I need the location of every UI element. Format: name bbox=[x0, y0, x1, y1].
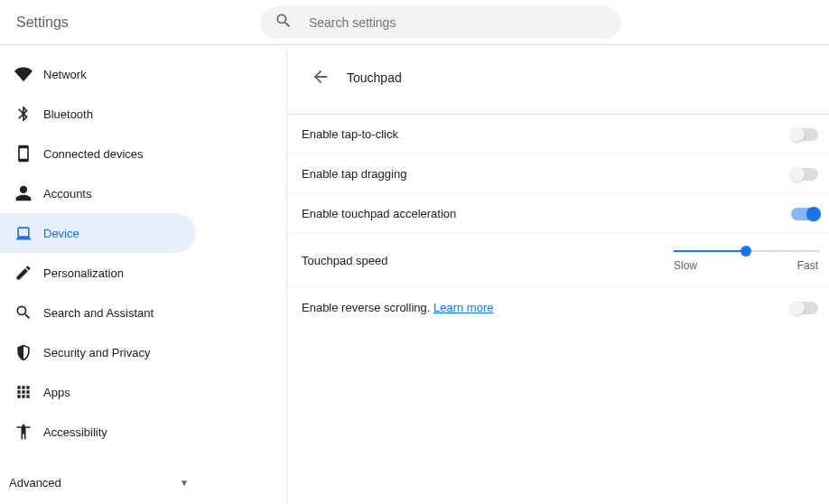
search-icon bbox=[14, 303, 33, 322]
slider-fast-label: Fast bbox=[797, 259, 818, 272]
slider-slow-label: Slow bbox=[674, 259, 697, 272]
settings-list: Enable tap-to-click Enable tap dragging … bbox=[287, 114, 829, 327]
sidebar-item-security-privacy[interactable]: Security and Privacy bbox=[0, 332, 196, 372]
sidebar-item-label: Device bbox=[43, 227, 79, 240]
row-touchpad-speed: Touchpad speed Slow Fast bbox=[287, 233, 829, 287]
accessibility-icon bbox=[14, 423, 33, 441]
sidebar: Network Bluetooth Connected devices Acco… bbox=[0, 45, 287, 504]
search-icon bbox=[275, 12, 293, 33]
wifi-icon bbox=[14, 65, 33, 83]
panel-header: Touchpad bbox=[287, 54, 829, 101]
sidebar-item-personalization[interactable]: Personalization bbox=[0, 253, 196, 293]
sidebar-item-label: Security and Privacy bbox=[43, 346, 151, 359]
sidebar-item-label: Bluetooth bbox=[43, 107, 93, 121]
setting-label: Enable reverse scrolling. Learn more bbox=[302, 301, 493, 314]
back-button[interactable] bbox=[311, 67, 331, 89]
search-input[interactable] bbox=[309, 15, 607, 30]
sidebar-item-bluetooth[interactable]: Bluetooth bbox=[0, 94, 196, 134]
sidebar-item-label: Network bbox=[43, 68, 87, 81]
arrow-left-icon bbox=[311, 67, 331, 87]
sidebar-item-label: Search and Assistant bbox=[43, 306, 154, 320]
search-container bbox=[69, 6, 813, 39]
sidebar-item-apps[interactable]: Apps bbox=[0, 372, 196, 412]
setting-label: Touchpad speed bbox=[302, 254, 387, 267]
row-acceleration: Enable touchpad acceleration bbox=[287, 193, 829, 233]
sidebar-item-label: Connected devices bbox=[43, 147, 144, 161]
row-tap-to-click: Enable tap-to-click bbox=[287, 114, 829, 154]
sidebar-item-label: Accessibility bbox=[43, 425, 107, 439]
learn-more-link[interactable]: Learn more bbox=[433, 301, 493, 314]
sidebar-item-network[interactable]: Network bbox=[0, 54, 196, 94]
phone-icon bbox=[14, 145, 33, 163]
sidebar-advanced-toggle[interactable]: Advanced ▼ bbox=[0, 464, 203, 500]
apps-icon bbox=[14, 383, 33, 401]
app-header: Settings bbox=[0, 0, 829, 45]
pencil-icon bbox=[14, 264, 33, 282]
content-panel: Touchpad Enable tap-to-click Enable tap … bbox=[287, 45, 829, 504]
person-icon bbox=[14, 184, 33, 202]
reverse-scroll-label: Enable reverse scrolling. bbox=[302, 301, 433, 314]
speed-slider[interactable]: Slow Fast bbox=[674, 243, 818, 279]
setting-label: Enable tap-to-click bbox=[302, 127, 398, 141]
bluetooth-icon bbox=[14, 105, 33, 123]
sidebar-item-accessibility[interactable]: Accessibility bbox=[0, 412, 196, 452]
setting-label: Enable tap dragging bbox=[302, 167, 406, 181]
app-title: Settings bbox=[16, 14, 69, 31]
sidebar-item-label: Personalization bbox=[43, 266, 124, 280]
laptop-icon bbox=[14, 224, 33, 242]
sidebar-item-search-assistant[interactable]: Search and Assistant bbox=[0, 293, 196, 332]
sidebar-item-device[interactable]: Device bbox=[0, 213, 196, 253]
toggle-tap-dragging[interactable] bbox=[791, 168, 818, 181]
toggle-acceleration[interactable] bbox=[791, 208, 818, 220]
search-box[interactable] bbox=[260, 6, 621, 39]
setting-label: Enable touchpad acceleration bbox=[302, 207, 456, 220]
row-reverse-scroll: Enable reverse scrolling. Learn more bbox=[287, 287, 829, 327]
toggle-tap-to-click[interactable] bbox=[791, 128, 818, 141]
advanced-label: Advanced bbox=[9, 476, 61, 490]
sidebar-item-label: Accounts bbox=[43, 187, 91, 201]
sidebar-item-accounts[interactable]: Accounts bbox=[0, 173, 196, 213]
panel-title: Touchpad bbox=[347, 70, 402, 85]
row-tap-dragging: Enable tap dragging bbox=[287, 154, 829, 193]
toggle-reverse-scroll[interactable] bbox=[791, 302, 818, 314]
shield-icon bbox=[14, 343, 33, 361]
chevron-down-icon: ▼ bbox=[180, 478, 189, 488]
sidebar-item-connected-devices[interactable]: Connected devices bbox=[0, 134, 196, 173]
sidebar-item-label: Apps bbox=[43, 386, 70, 399]
